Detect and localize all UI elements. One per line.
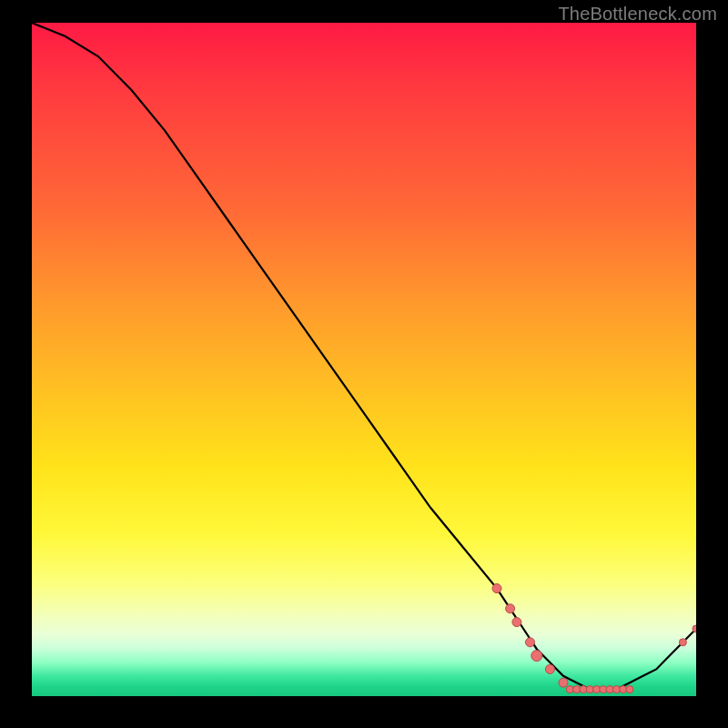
curve-layer xyxy=(32,23,696,696)
curve-marker xyxy=(693,625,696,632)
curve-marker xyxy=(573,686,581,693)
bottleneck-curve xyxy=(32,23,696,690)
curve-marker xyxy=(606,686,613,693)
curve-marker xyxy=(526,638,535,647)
plot-area xyxy=(32,23,696,696)
curve-markers xyxy=(492,584,696,693)
curve-marker xyxy=(545,664,554,673)
curve-marker xyxy=(492,584,501,593)
curve-marker xyxy=(531,651,542,662)
attribution-text: TheBottleneck.com xyxy=(558,4,717,25)
curve-marker xyxy=(626,686,633,693)
chart-root: TheBottleneck.com xyxy=(0,0,728,728)
curve-marker xyxy=(559,678,568,687)
curve-marker xyxy=(506,604,515,613)
curve-marker xyxy=(679,639,686,646)
curve-marker xyxy=(512,618,521,627)
